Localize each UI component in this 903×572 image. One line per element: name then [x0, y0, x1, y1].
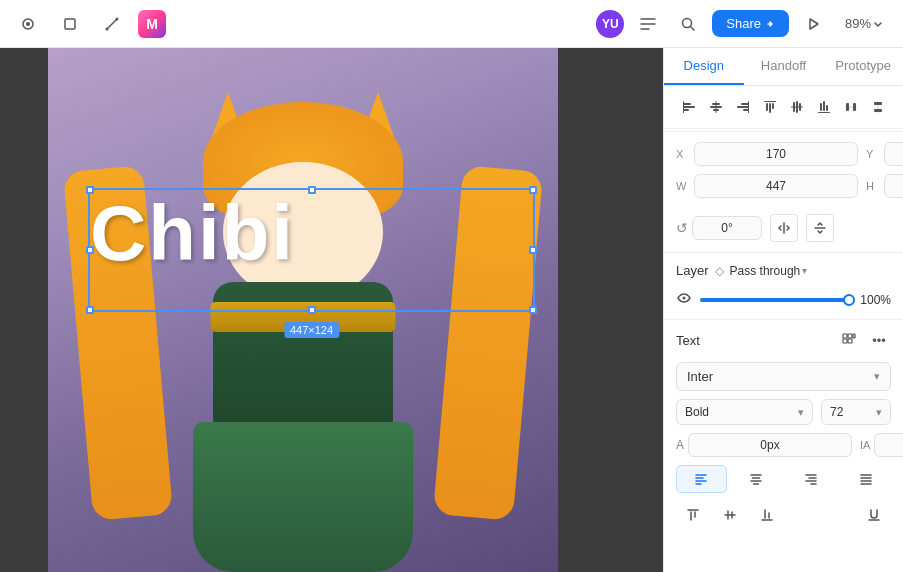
- zoom-control[interactable]: 89%: [837, 12, 891, 35]
- align-row: [664, 86, 903, 129]
- svg-rect-21: [764, 101, 776, 102]
- text-align-justify-btn[interactable]: [840, 465, 891, 493]
- h-input[interactable]: [884, 174, 903, 198]
- y-field-group: Y: [866, 142, 903, 166]
- opacity-slider[interactable]: [700, 298, 849, 302]
- h-field-group: H: [866, 174, 903, 198]
- svg-rect-32: [845, 107, 857, 108]
- text-align-right-btn[interactable]: [786, 465, 837, 493]
- font-style-dropdown[interactable]: Bold ▾: [676, 399, 813, 425]
- flip-h-btn[interactable]: [770, 214, 798, 242]
- font-family-arrow: ▾: [874, 370, 880, 383]
- w-field-group: W: [676, 174, 858, 198]
- tab-design[interactable]: Design: [664, 48, 744, 85]
- svg-rect-27: [823, 101, 825, 111]
- vert-align-top-btn[interactable]: [676, 501, 709, 529]
- wh-row: W H: [676, 174, 891, 198]
- distribute-h-btn[interactable]: [839, 94, 864, 120]
- align-right-btn[interactable]: [730, 94, 755, 120]
- svg-rect-38: [843, 334, 847, 338]
- tab-handoff[interactable]: Handoff: [744, 48, 824, 85]
- text-decoration-btn[interactable]: [858, 501, 891, 529]
- flip-v-btn[interactable]: [806, 214, 834, 242]
- y-label: Y: [866, 148, 880, 160]
- layer-mode-arrow: ▾: [802, 265, 807, 276]
- pen-tool-btn[interactable]: [96, 8, 128, 40]
- canvas-area[interactable]: Chibi 447×124: [0, 48, 663, 572]
- main-content: Chibi 447×124 Design Handoff Prototype: [0, 48, 903, 572]
- text-more-btn[interactable]: •••: [867, 328, 891, 352]
- line-height-input[interactable]: [874, 433, 903, 457]
- rotation-input[interactable]: [692, 216, 762, 240]
- text-align-center-btn[interactable]: [731, 465, 782, 493]
- align-bottom-btn[interactable]: [812, 94, 837, 120]
- vert-align-row: [664, 497, 903, 537]
- handle-bottom-left[interactable]: [86, 306, 94, 314]
- play-button[interactable]: [797, 8, 829, 40]
- visibility-toggle[interactable]: [676, 290, 692, 309]
- layer-mode-dropdown[interactable]: Pass through ▾: [730, 264, 808, 278]
- svg-point-3: [116, 17, 119, 20]
- dress: [193, 422, 413, 572]
- svg-rect-17: [748, 101, 749, 113]
- svg-rect-28: [826, 105, 828, 111]
- x-label: X: [676, 148, 690, 160]
- font-size-dropdown[interactable]: 72 ▾: [821, 399, 891, 425]
- handle-bottom-mid[interactable]: [308, 306, 316, 314]
- align-center-h-btn[interactable]: [703, 94, 728, 120]
- svg-rect-35: [878, 101, 879, 113]
- x-input[interactable]: [694, 142, 858, 166]
- letter-spacing-input[interactable]: [688, 433, 852, 457]
- font-style-arrow: ▾: [798, 406, 804, 419]
- search-btn[interactable]: [672, 8, 704, 40]
- opacity-slider-thumb[interactable]: [843, 294, 855, 306]
- h-label: H: [866, 180, 880, 192]
- text-align-left-btn[interactable]: [676, 465, 727, 493]
- topbar: M YU Share 89%: [0, 0, 903, 48]
- w-input[interactable]: [694, 174, 858, 198]
- font-family-value: Inter: [687, 369, 713, 384]
- handle-bottom-right[interactable]: [529, 306, 537, 314]
- font-size-arrow: ▾: [876, 406, 882, 419]
- align-top-btn[interactable]: [757, 94, 782, 120]
- font-style-value: Bold: [685, 405, 709, 419]
- text-grid-btn[interactable]: [837, 328, 861, 352]
- frame-tool-btn[interactable]: [54, 8, 86, 40]
- line-height-icon: IA: [860, 439, 870, 451]
- topbar-right: YU Share 89%: [596, 8, 891, 40]
- handle-top-right[interactable]: [529, 186, 537, 194]
- vert-align-bottom-btn[interactable]: [750, 501, 783, 529]
- font-family-row: Inter ▾: [664, 358, 903, 395]
- svg-point-37: [683, 297, 686, 300]
- avatar[interactable]: YU: [596, 10, 624, 38]
- svg-rect-40: [853, 334, 855, 338]
- svg-rect-9: [683, 101, 684, 113]
- handle-top-left[interactable]: [86, 186, 94, 194]
- handle-mid-right[interactable]: [529, 246, 537, 254]
- topbar-left: M: [12, 8, 166, 40]
- svg-point-1: [26, 22, 30, 26]
- share-button[interactable]: Share: [712, 10, 789, 37]
- panel-tabs: Design Handoff Prototype: [664, 48, 903, 86]
- svg-rect-2: [65, 19, 75, 29]
- vert-align-mid-btn[interactable]: [713, 501, 746, 529]
- collab-btn[interactable]: [632, 8, 664, 40]
- move-tool-btn[interactable]: [12, 8, 44, 40]
- font-style-row: Bold ▾ 72 ▾: [664, 395, 903, 429]
- font-family-dropdown[interactable]: Inter ▾: [676, 362, 891, 391]
- text-section-label: Text: [676, 333, 700, 348]
- y-input[interactable]: [884, 142, 903, 166]
- align-left-btn[interactable]: [676, 94, 701, 120]
- rotation-icon: ↺: [676, 220, 688, 236]
- text-align-row: [664, 461, 903, 497]
- layer-section: Layer ◇ Pass through ▾: [664, 255, 903, 286]
- handle-mid-left[interactable]: [86, 246, 94, 254]
- handle-top-mid[interactable]: [308, 186, 316, 194]
- tab-prototype[interactable]: Prototype: [823, 48, 903, 85]
- layer-diamond-icon: ◇: [715, 264, 724, 278]
- rotation-group: ↺: [676, 216, 762, 240]
- align-center-v-btn[interactable]: [785, 94, 810, 120]
- svg-point-4: [106, 27, 109, 30]
- svg-rect-13: [715, 101, 716, 113]
- distribute-v-btn[interactable]: [866, 94, 891, 120]
